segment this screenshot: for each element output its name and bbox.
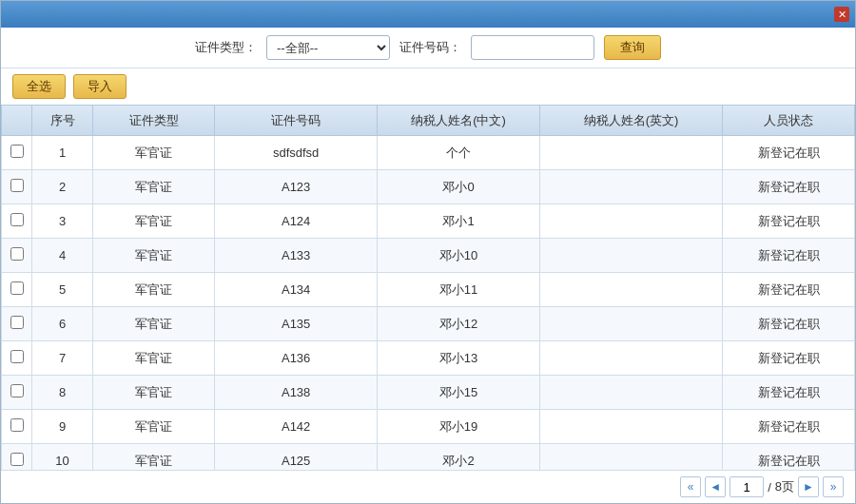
row-checkbox-cell xyxy=(2,170,32,204)
row-type: 军官证 xyxy=(93,376,215,410)
table-row: 6军官证A135邓小12新登记在职 xyxy=(2,307,855,341)
row-name-en xyxy=(539,239,722,273)
row-name-cn: 邓小10 xyxy=(378,239,540,273)
header-type: 证件类型 xyxy=(93,106,215,136)
row-name-en xyxy=(539,410,722,444)
row-checkbox[interactable] xyxy=(10,350,24,363)
row-num: 1 xyxy=(32,136,93,170)
data-table: 序号 证件类型 证件号码 纳税人姓名(中文) 纳税人姓名(英文) 人员状态 1军… xyxy=(1,105,855,470)
main-window: ✕ 证件类型： --全部-- 军官证 身份证 护照 证件号码： 查询 全选 导入… xyxy=(0,0,856,504)
page-input[interactable] xyxy=(730,476,764,497)
table-row: 3军官证A124邓小1新登记在职 xyxy=(2,204,855,239)
title-bar: ✕ xyxy=(1,1,855,28)
toolbar: 证件类型： --全部-- 军官证 身份证 护照 证件号码： 查询 xyxy=(1,28,855,68)
header-num: 序号 xyxy=(32,106,93,136)
row-name-cn: 个个 xyxy=(378,136,540,170)
table-header-row: 序号 证件类型 证件号码 纳税人姓名(中文) 纳税人姓名(英文) 人员状态 xyxy=(2,106,855,136)
row-checkbox-cell xyxy=(2,341,32,376)
row-code: A125 xyxy=(215,444,378,471)
table-row: 10军官证A125邓小2新登记在职 xyxy=(2,444,855,471)
row-name-en xyxy=(539,307,722,341)
row-status: 新登记在职 xyxy=(723,239,855,273)
row-checkbox-cell xyxy=(2,307,32,341)
row-checkbox-cell xyxy=(2,376,32,410)
action-row: 全选 导入 xyxy=(1,68,855,105)
type-label: 证件类型： xyxy=(195,39,257,56)
next-page-button[interactable]: ► xyxy=(798,476,819,497)
row-status: 新登记在职 xyxy=(723,307,855,341)
row-code: A134 xyxy=(215,273,378,307)
table-row: 2军官证A123邓小0新登记在职 xyxy=(2,170,855,204)
row-name-cn: 邓小15 xyxy=(378,376,540,410)
row-checkbox-cell xyxy=(2,444,32,471)
close-button[interactable]: ✕ xyxy=(834,7,849,22)
row-name-en xyxy=(539,170,722,204)
header-name-en: 纳税人姓名(英文) xyxy=(539,106,722,136)
code-label: 证件号码： xyxy=(399,39,461,56)
last-page-button[interactable]: » xyxy=(823,476,844,497)
row-code: A142 xyxy=(215,410,378,444)
row-checkbox[interactable] xyxy=(10,453,24,466)
table-row: 8军官证A138邓小15新登记在职 xyxy=(2,376,855,410)
pagination-row: « ◄ / 8页 ► » xyxy=(1,470,855,503)
row-checkbox[interactable] xyxy=(10,384,24,397)
row-name-cn: 邓小13 xyxy=(378,341,540,376)
code-input[interactable] xyxy=(471,35,594,60)
row-code: A124 xyxy=(215,204,378,239)
row-type: 军官证 xyxy=(93,273,215,307)
page-total-pages: 8页 xyxy=(775,478,794,495)
import-button[interactable]: 导入 xyxy=(73,74,126,99)
row-checkbox-cell xyxy=(2,204,32,239)
row-num: 10 xyxy=(32,444,93,471)
row-name-en xyxy=(539,136,722,170)
row-code: A123 xyxy=(215,170,378,204)
row-name-en xyxy=(539,204,722,239)
row-checkbox[interactable] xyxy=(10,213,24,226)
header-status: 人员状态 xyxy=(723,106,855,136)
row-num: 6 xyxy=(32,307,93,341)
row-status: 新登记在职 xyxy=(723,273,855,307)
row-num: 2 xyxy=(32,170,93,204)
header-code: 证件号码 xyxy=(215,106,378,136)
row-status: 新登记在职 xyxy=(723,376,855,410)
header-check xyxy=(2,106,32,136)
row-type: 军官证 xyxy=(93,444,215,471)
row-type: 军官证 xyxy=(93,204,215,239)
row-checkbox-cell xyxy=(2,410,32,444)
query-button[interactable]: 查询 xyxy=(604,35,661,60)
row-checkbox[interactable] xyxy=(10,179,24,192)
row-num: 4 xyxy=(32,239,93,273)
row-num: 7 xyxy=(32,341,93,376)
close-icon: ✕ xyxy=(838,9,846,21)
row-checkbox[interactable] xyxy=(10,247,24,261)
row-code: A136 xyxy=(215,341,378,376)
page-total: / xyxy=(768,480,771,494)
row-num: 5 xyxy=(32,273,93,307)
type-select[interactable]: --全部-- 军官证 身份证 护照 xyxy=(266,35,390,60)
row-name-en xyxy=(539,444,722,471)
table-container: 序号 证件类型 证件号码 纳税人姓名(中文) 纳税人姓名(英文) 人员状态 1军… xyxy=(1,105,855,470)
header-name-cn: 纳税人姓名(中文) xyxy=(378,106,540,136)
row-checkbox-cell xyxy=(2,239,32,273)
row-status: 新登记在职 xyxy=(723,444,855,471)
first-page-button[interactable]: « xyxy=(680,476,701,497)
row-name-cn: 邓小2 xyxy=(378,444,540,471)
row-name-cn: 邓小0 xyxy=(378,170,540,204)
row-type: 军官证 xyxy=(93,136,215,170)
row-checkbox[interactable] xyxy=(10,145,24,158)
row-checkbox[interactable] xyxy=(10,281,24,295)
prev-page-button[interactable]: ◄ xyxy=(705,476,726,497)
row-name-cn: 邓小1 xyxy=(378,204,540,239)
row-type: 军官证 xyxy=(93,307,215,341)
row-checkbox[interactable] xyxy=(10,316,24,329)
row-checkbox-cell xyxy=(2,136,32,170)
row-num: 9 xyxy=(32,410,93,444)
row-name-en xyxy=(539,273,722,307)
select-all-button[interactable]: 全选 xyxy=(12,74,66,99)
row-type: 军官证 xyxy=(93,239,215,273)
row-checkbox[interactable] xyxy=(10,418,24,432)
row-name-en xyxy=(539,376,722,410)
row-name-en xyxy=(539,341,722,376)
row-status: 新登记在职 xyxy=(723,410,855,444)
table-row: 9军官证A142邓小19新登记在职 xyxy=(2,410,855,444)
